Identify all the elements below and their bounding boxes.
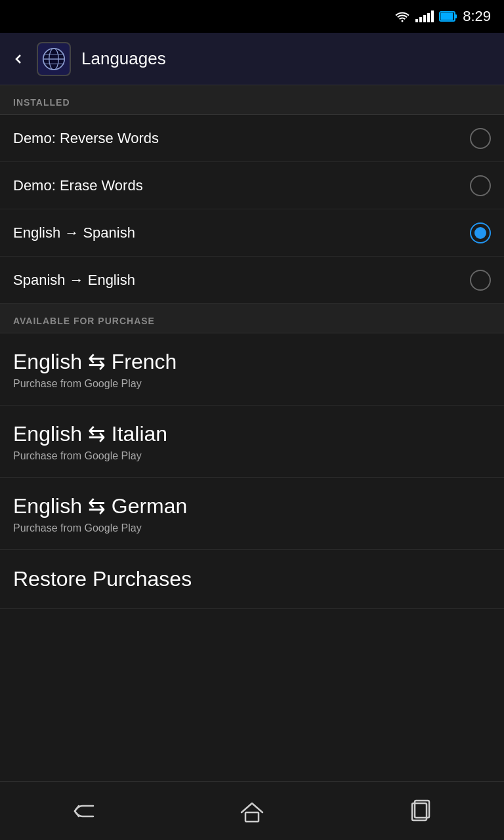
list-item-en-it[interactable]: English ⇆ Italian Purchase from Google P… (0, 406, 504, 478)
installed-section-header: INSTALLED (0, 85, 504, 115)
wifi-icon (394, 10, 410, 22)
app-icon (37, 42, 71, 76)
list-item-en-es[interactable]: English → Spanish (0, 209, 504, 257)
list-item-demo-erase[interactable]: Demo: Erase Words (0, 162, 504, 209)
svg-rect-8 (245, 812, 259, 822)
list-item-en-fr-title: English ⇆ French (13, 349, 491, 374)
list-item-demo-reverse[interactable]: Demo: Reverse Words (0, 115, 504, 162)
list-item-en-fr-subtitle: Purchase from Google Play (13, 378, 491, 390)
nav-home-button[interactable] (226, 791, 278, 831)
list-item-es-en-label: Spanish → English (13, 272, 135, 289)
list-item-demo-erase-label: Demo: Erase Words (13, 177, 143, 194)
list-item-en-de-title: English ⇆ German (13, 494, 491, 518)
radio-en-es[interactable] (470, 222, 491, 243)
app-bar: Languages (0, 33, 504, 85)
restore-purchases-label: Restore Purchases (13, 567, 192, 591)
svg-rect-2 (441, 13, 453, 20)
list-item-en-es-label: English → Spanish (13, 224, 135, 242)
nav-back-button[interactable] (58, 791, 110, 831)
back-button[interactable] (10, 51, 26, 67)
radio-demo-erase[interactable] (470, 175, 491, 196)
signal-icon (415, 10, 434, 22)
page-title: Languages (81, 49, 166, 69)
content-area: INSTALLED Demo: Reverse Words Demo: Eras… (0, 85, 504, 781)
list-item-es-en[interactable]: Spanish → English (0, 257, 504, 304)
list-item-en-de[interactable]: English ⇆ German Purchase from Google Pl… (0, 478, 504, 550)
list-item-en-it-title: English ⇆ Italian (13, 421, 491, 446)
list-item-demo-reverse-label: Demo: Reverse Words (13, 130, 159, 147)
battery-icon (439, 10, 457, 22)
list-item-en-fr[interactable]: English ⇆ French Purchase from Google Pl… (0, 333, 504, 406)
status-bar: 8:29 (0, 0, 504, 33)
status-icons: 8:29 (394, 8, 491, 25)
empty-space (0, 609, 504, 648)
radio-demo-reverse[interactable] (470, 128, 491, 149)
available-section-header: AVAILABLE FOR PURCHASE (0, 304, 504, 333)
radio-es-en[interactable] (470, 270, 491, 291)
list-item-en-it-subtitle: Purchase from Google Play (13, 450, 491, 462)
list-item-en-de-subtitle: Purchase from Google Play (13, 522, 491, 534)
status-time: 8:29 (463, 8, 491, 25)
svg-rect-1 (455, 14, 457, 18)
bottom-nav (0, 781, 504, 840)
nav-recents-button[interactable] (394, 791, 446, 831)
restore-purchases-item[interactable]: Restore Purchases (0, 550, 504, 609)
